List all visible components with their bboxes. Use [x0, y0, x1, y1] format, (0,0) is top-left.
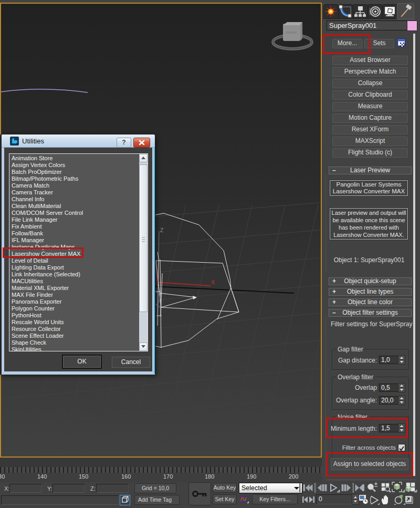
svg-text:Z: Z	[160, 227, 163, 233]
svg-text:X: X	[211, 279, 215, 285]
svg-text:FRONT: FRONT	[286, 31, 297, 34]
